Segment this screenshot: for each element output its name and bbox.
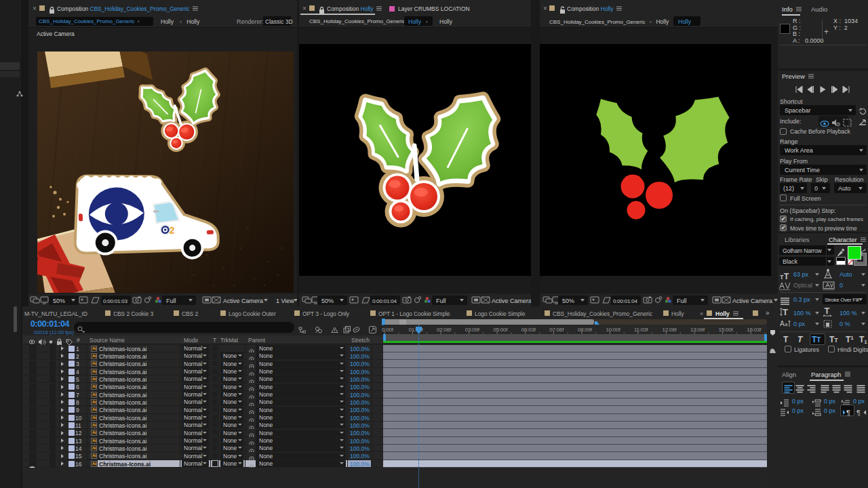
svg-text:T: T [784,272,789,280]
svg-text:T: T [825,307,830,316]
svg-text:T: T [783,307,788,317]
svg-text:¶: ¶ [856,409,861,416]
svg-text:A: A [780,320,785,327]
svg-text:¶: ¶ [846,409,850,416]
svg-text:a: a [785,321,788,327]
svg-text:2: 2 [169,225,175,236]
